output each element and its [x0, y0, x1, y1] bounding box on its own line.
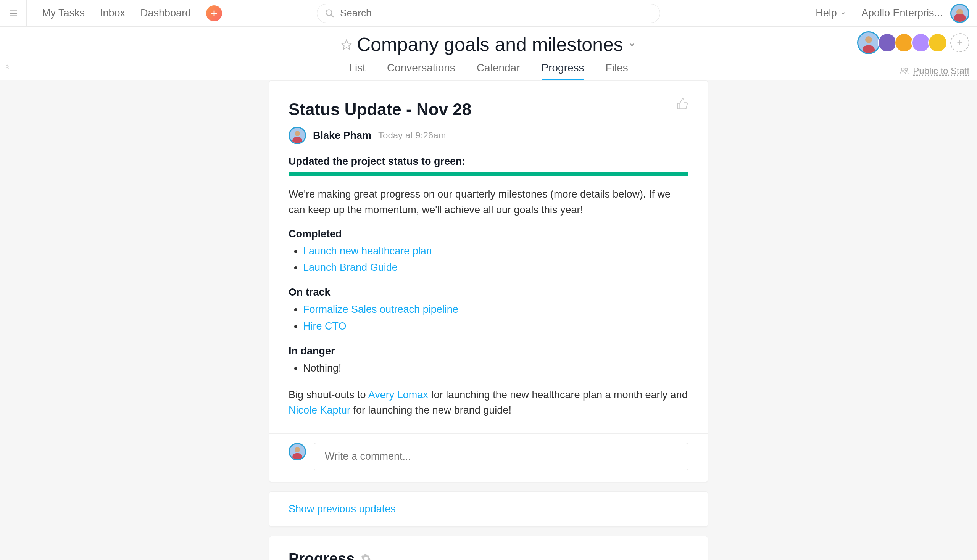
svg-point-11: [905, 68, 908, 70]
current-user-avatar[interactable]: [950, 4, 969, 23]
member-avatar[interactable]: [895, 33, 914, 52]
author-avatar[interactable]: [289, 127, 306, 144]
task-link[interactable]: Launch Brand Guide: [303, 262, 397, 273]
top-bar: My Tasks Inbox Dashboard Help Apollo Ent…: [0, 0, 977, 27]
svg-point-5: [326, 10, 332, 15]
author-name[interactable]: Blake Pham: [313, 130, 371, 142]
tab-calendar[interactable]: Calendar: [477, 62, 520, 80]
org-switcher[interactable]: Apollo Enterpris...: [861, 7, 943, 19]
search-container: [317, 4, 660, 23]
main-content: Status Update - Nov 28 Blake Pham Today …: [0, 80, 977, 560]
tab-progress[interactable]: Progress: [541, 62, 584, 80]
help-menu[interactable]: Help: [815, 7, 846, 19]
user-mention[interactable]: Nicole Kaptur: [289, 404, 350, 416]
project-menu-chevron[interactable]: [628, 40, 636, 49]
status-update-card: Status Update - Nov 28 Blake Pham Today …: [269, 80, 708, 482]
svg-line-6: [331, 15, 334, 17]
task-link[interactable]: Formalize Sales outreach pipeline: [303, 303, 458, 315]
task-link[interactable]: Hire CTO: [303, 320, 347, 332]
hamburger-menu-button[interactable]: [0, 0, 27, 27]
status-update-title: Status Update - Nov 28: [289, 100, 688, 119]
project-tabs: List Conversations Calendar Progress Fil…: [0, 62, 977, 80]
search-input[interactable]: [340, 7, 648, 19]
svg-point-10: [902, 68, 905, 71]
progress-card: Progress 12 Tasks Remaining 47 Tasks Com…: [269, 536, 708, 560]
show-previous-card: Show previous updates: [269, 491, 708, 527]
add-button[interactable]: [206, 5, 222, 22]
help-label: Help: [815, 7, 837, 19]
comment-input-wrap[interactable]: [314, 443, 688, 470]
status-timestamp: Today at 9:26am: [378, 130, 446, 141]
status-change-line: Updated the project status to green:: [289, 156, 688, 167]
status-body: We're making great progress on our quart…: [289, 187, 688, 217]
chevron-down-icon: [628, 40, 636, 49]
thumbs-up-icon: [676, 98, 688, 110]
comment-avatar[interactable]: [289, 443, 306, 460]
gear-icon: [361, 553, 371, 560]
people-icon: [899, 66, 909, 76]
project-visibility[interactable]: Public to Staff: [899, 66, 969, 76]
tab-conversations[interactable]: Conversations: [387, 62, 455, 80]
section-indanger-heading: In danger: [289, 345, 688, 357]
member-avatar[interactable]: [911, 33, 930, 52]
add-member-button[interactable]: [950, 33, 969, 52]
favorite-star-icon[interactable]: [341, 39, 352, 50]
search-icon: [325, 8, 335, 18]
svg-marker-7: [342, 40, 351, 50]
user-mention[interactable]: Avery Lomax: [368, 389, 428, 400]
nav-inbox[interactable]: Inbox: [100, 7, 125, 19]
comment-row: [269, 433, 708, 482]
section-completed-heading: Completed: [289, 228, 688, 240]
in-danger-item: Nothing!: [303, 362, 342, 374]
show-previous-updates-link[interactable]: Show previous updates: [289, 503, 396, 515]
shoutout-text: Big shout-outs to Avery Lomax for launch…: [289, 387, 688, 418]
project-members: [861, 31, 969, 54]
member-avatar-owner[interactable]: [857, 31, 880, 54]
progress-settings-icon[interactable]: [361, 553, 371, 560]
chevron-down-icon: [840, 10, 846, 17]
plus-icon: [210, 9, 218, 18]
project-header: Company goals and milestones List Conver…: [0, 27, 977, 80]
nav-dashboard[interactable]: Dashboard: [140, 7, 191, 19]
sidebar-collapse-icon[interactable]: [4, 63, 11, 70]
tab-files[interactable]: Files: [606, 62, 628, 80]
section-ontrack-heading: On track: [289, 287, 688, 298]
progress-title: Progress: [289, 550, 354, 560]
status-bar-green: [289, 172, 688, 176]
hamburger-icon: [8, 8, 18, 18]
comment-input[interactable]: [325, 450, 677, 462]
visibility-label: Public to Staff: [913, 66, 969, 76]
member-avatar[interactable]: [878, 33, 897, 52]
like-button[interactable]: [676, 98, 688, 110]
plus-icon: [955, 38, 964, 47]
nav-my-tasks[interactable]: My Tasks: [42, 7, 85, 19]
project-title: Company goals and milestones: [357, 33, 623, 56]
task-link[interactable]: Launch new healthcare plan: [303, 245, 432, 257]
search-box[interactable]: [317, 4, 660, 23]
tab-list[interactable]: List: [349, 62, 366, 80]
member-avatar[interactable]: [928, 33, 947, 52]
